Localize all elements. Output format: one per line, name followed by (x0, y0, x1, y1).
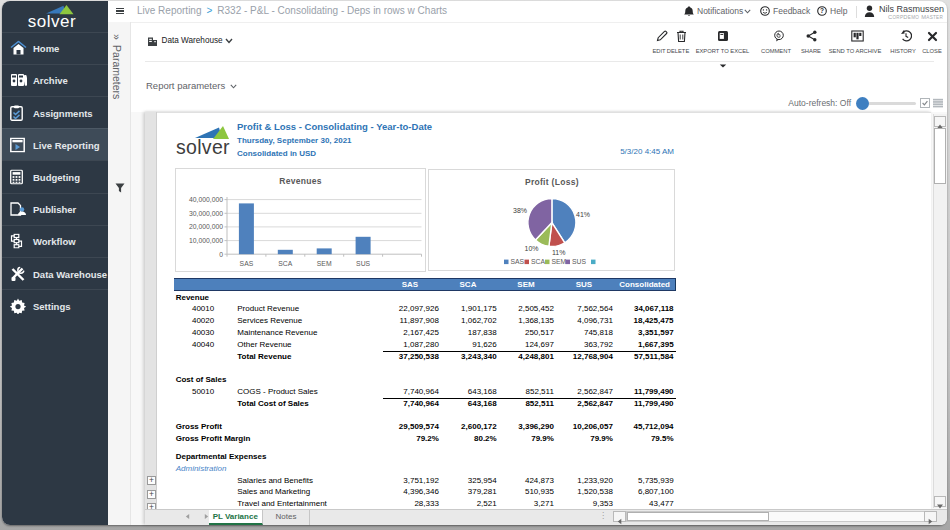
svg-text:Profit (Loss): Profit (Loss) (525, 176, 579, 186)
svg-text:30,000,000: 30,000,000 (188, 209, 222, 216)
svg-text:20,000,000: 20,000,000 (188, 223, 222, 230)
svg-text:Revenues: Revenues (279, 176, 322, 186)
svg-text:41%: 41% (576, 211, 590, 218)
svg-text:SAS: SAS (239, 259, 253, 266)
svg-text:10,000,000: 10,000,000 (188, 237, 222, 244)
svg-text:38%: 38% (513, 206, 527, 213)
svg-text:SUS: SUS (572, 258, 586, 265)
svg-text:SEM: SEM (316, 259, 331, 266)
svg-text:0: 0 (219, 250, 223, 257)
svg-text:40,000,000: 40,000,000 (188, 196, 222, 203)
svg-text:SEM: SEM (552, 258, 567, 265)
svg-text:SCA: SCA (531, 258, 545, 265)
svg-text:10%: 10% (525, 244, 539, 251)
svg-text:SCA: SCA (278, 259, 292, 266)
svg-text:SUS: SUS (356, 259, 370, 266)
svg-text:11%: 11% (552, 248, 566, 255)
svg-text:SAS: SAS (511, 258, 525, 265)
svg-text:?: ? (820, 7, 824, 14)
